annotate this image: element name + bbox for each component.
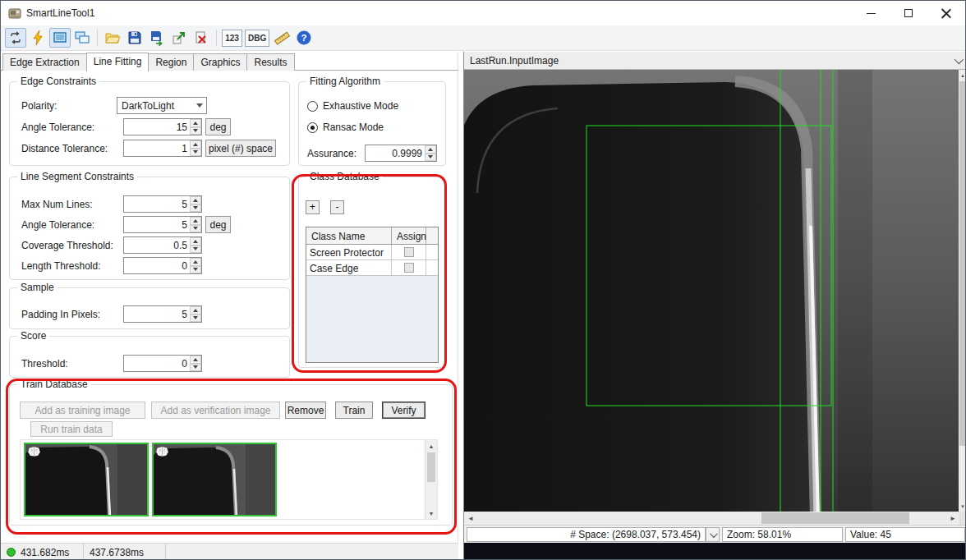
spin-up-icon[interactable] (190, 356, 201, 364)
save-button[interactable] (124, 28, 145, 48)
column-assign[interactable]: Assign (392, 227, 426, 244)
thumbnail-scrollbar[interactable]: ▲ ▼ (425, 440, 437, 519)
assign-checkbox[interactable] (404, 263, 414, 273)
add-class-button[interactable]: + (306, 200, 320, 214)
panel-divider (458, 52, 458, 543)
run-once-button[interactable] (27, 28, 48, 48)
spin-up-icon[interactable] (190, 237, 201, 246)
scroll-down-icon[interactable]: ▼ (426, 507, 437, 519)
maximize-button[interactable] (890, 1, 927, 25)
spin-up-icon[interactable] (190, 306, 201, 314)
tab-region[interactable]: Region (148, 53, 194, 71)
digits-123-button[interactable]: 123 (222, 30, 242, 47)
spin-down-icon[interactable] (190, 225, 201, 233)
assign-checkbox[interactable] (404, 247, 414, 257)
group-title: Edge Constraints (17, 76, 99, 87)
threshold-spinner[interactable]: 0 (123, 355, 202, 372)
spin-down-icon[interactable] (190, 266, 201, 274)
spin-down-icon[interactable] (190, 314, 201, 323)
scroll-left-icon[interactable]: ◄ (464, 512, 477, 525)
remove-button[interactable]: Remove (285, 402, 326, 419)
export-button[interactable] (168, 28, 190, 48)
length-threshold-spinner[interactable]: 0 (123, 257, 202, 274)
image-copy-button[interactable] (71, 28, 93, 48)
column-class-name[interactable]: Class Name (306, 227, 392, 244)
run-continuous-button[interactable] (5, 28, 26, 48)
scrollbar-thumb[interactable] (761, 512, 909, 524)
scroll-right-icon[interactable]: ► (946, 512, 959, 525)
delete-button[interactable] (191, 28, 212, 48)
input-image-display[interactable] (464, 70, 959, 512)
angle-tolerance-spinner[interactable]: 5 (123, 216, 202, 233)
image-vertical-scrollbar[interactable]: ▲ ▼ (959, 70, 966, 512)
table-row[interactable]: Screen Protector (306, 245, 438, 260)
group-title: Fitting Algorithm (306, 76, 384, 87)
spin-down-icon[interactable] (190, 364, 201, 372)
coverage-threshold-label: Coverage Threshold: (21, 240, 113, 251)
run-train-data-button[interactable]: Run train data (30, 421, 113, 437)
exhaustive-mode-radio[interactable]: Exhaustive Mode (307, 100, 398, 112)
scrollbar-thumb[interactable] (427, 452, 435, 482)
trained-brain-icon (27, 446, 41, 457)
input-image (464, 70, 959, 512)
verify-button[interactable]: Verify (382, 402, 426, 419)
angle-tolerance-spinner[interactable]: 15 (123, 118, 202, 135)
tab-graphics[interactable]: Graphics (193, 53, 247, 71)
remove-class-button[interactable]: - (330, 200, 344, 214)
polarity-dropdown[interactable]: DarkToLight (117, 97, 207, 114)
training-image-list[interactable]: ▲ ▼ (20, 439, 438, 520)
max-num-lines-spinner[interactable]: 5 (123, 195, 202, 213)
spin-up-icon[interactable] (190, 119, 201, 127)
spin-down-icon[interactable] (190, 246, 201, 254)
assurance-spinner[interactable]: 0.9999 (365, 145, 437, 162)
class-table[interactable]: Class Name Assign Screen Protector Case … (306, 227, 439, 363)
spin-up-icon[interactable] (190, 258, 201, 266)
debug-button[interactable]: DBG (245, 30, 269, 47)
measure-button[interactable] (271, 28, 292, 48)
spin-up-icon[interactable] (190, 217, 201, 225)
scroll-up-icon[interactable]: ▲ (426, 440, 437, 452)
space-dropdown-button[interactable] (706, 527, 720, 542)
distance-unit-button[interactable]: pixel (#) space (205, 140, 276, 157)
spin-up-icon[interactable] (190, 196, 201, 204)
spin-down-icon[interactable] (190, 127, 201, 135)
padding-spinner[interactable]: 5 (123, 305, 202, 323)
training-thumbnail[interactable] (24, 443, 149, 516)
ransac-mode-radio[interactable]: Ransac Mode (307, 122, 384, 133)
train-button[interactable]: Train (335, 402, 373, 419)
save-import-button[interactable] (146, 28, 168, 48)
spin-down-icon[interactable] (425, 154, 436, 162)
add-training-image-button[interactable]: Add as training image (20, 402, 145, 419)
tab-strip: Edge Extraction Line Fitting Region Grap… (2, 53, 294, 71)
score-group: Score Threshold: 0 (9, 336, 290, 378)
scrollbar-thumb[interactable] (959, 81, 966, 446)
coverage-threshold-spinner[interactable]: 0.5 (123, 236, 202, 254)
image-display-button[interactable] (49, 28, 71, 48)
distance-tolerance-label: Distance Tolerance: (21, 143, 108, 154)
spin-up-icon[interactable] (190, 140, 201, 149)
edge-constraints-group: Edge Constraints Polarity: DarkToLight A… (9, 81, 290, 166)
scroll-up-icon[interactable]: ▲ (959, 70, 966, 80)
tab-line-fitting[interactable]: Line Fitting (86, 53, 150, 71)
spin-up-icon[interactable] (425, 145, 436, 154)
open-button[interactable] (102, 28, 123, 48)
help-button[interactable]: ? (293, 28, 315, 48)
table-row[interactable]: Case Edge (306, 260, 438, 276)
tab-edge-extraction[interactable]: Edge Extraction (2, 53, 87, 71)
tab-results[interactable]: Results (246, 53, 294, 71)
minimize-button[interactable] (852, 1, 890, 25)
angle-unit-button[interactable]: deg (205, 216, 231, 233)
panel-footer (464, 543, 966, 560)
image-horizontal-scrollbar[interactable]: ◄ ► (464, 512, 959, 525)
image-source-chevron-icon[interactable] (954, 54, 964, 63)
spin-down-icon[interactable] (190, 149, 201, 157)
minimize-icon (867, 13, 876, 14)
scroll-down-icon[interactable]: ▼ (959, 501, 966, 512)
total-time-cell: 437.6738ms (84, 544, 166, 560)
add-verification-image-button[interactable]: Add as verification image (151, 402, 280, 419)
spin-down-icon[interactable] (190, 204, 201, 213)
distance-tolerance-spinner[interactable]: 1 (123, 140, 202, 157)
close-button[interactable] (927, 1, 965, 25)
angle-unit-button[interactable]: deg (205, 118, 231, 135)
training-thumbnail[interactable] (152, 443, 277, 516)
